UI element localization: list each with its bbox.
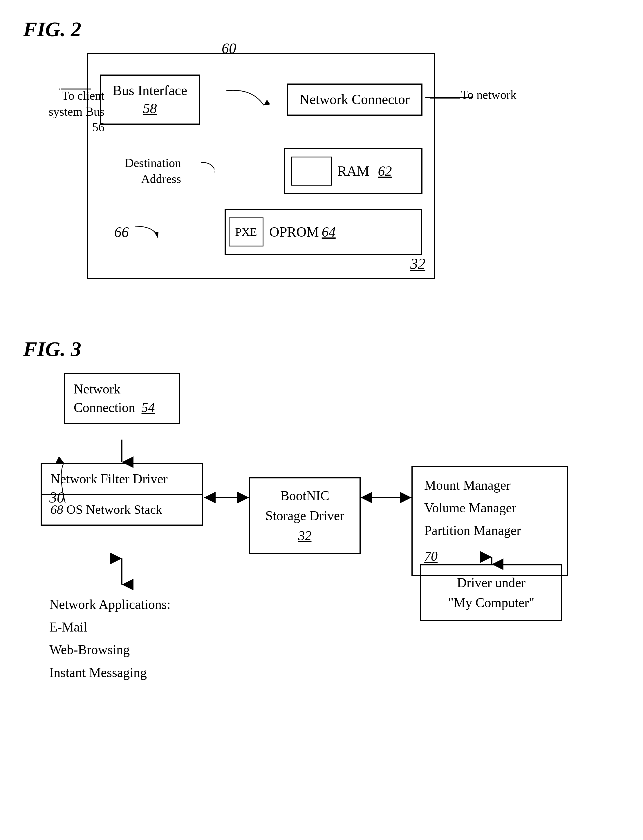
label-60: 60 bbox=[222, 40, 236, 57]
label-66-arrow bbox=[132, 220, 161, 244]
pxe-box: PXE bbox=[228, 218, 263, 246]
filter-stack-combined-box: Network Filter Driver 68 OS Network Stac… bbox=[41, 463, 203, 526]
bootnic-box: BootNIC Storage Driver 32 bbox=[249, 477, 361, 554]
label-32: 32 bbox=[410, 255, 425, 272]
fig3-section: FIG. 3 bbox=[23, 337, 620, 721]
nic-outer-box: 60 32 bbox=[87, 53, 435, 279]
fig3-title: FIG. 3 bbox=[23, 337, 620, 361]
network-connector-area: Network Connector bbox=[287, 83, 423, 116]
driver-computer-box: Driver under "My Computer" bbox=[420, 564, 562, 621]
net-apps-im: Instant Messaging bbox=[49, 661, 171, 684]
bus-left-arrow bbox=[59, 83, 94, 95]
oprom-area: 66 PXE OPROM 64 bbox=[100, 209, 423, 255]
mount-line2: Volume Manager bbox=[424, 497, 555, 519]
ram-inner-box bbox=[291, 156, 332, 186]
fig2-title: FIG. 2 bbox=[23, 17, 620, 41]
fig2-container: To client system Bus 56 To network 60 32 bbox=[52, 53, 459, 279]
network-connection-box: Network Connection 54 bbox=[64, 373, 180, 424]
os-network-stack-section: 68 OS Network Stack bbox=[42, 495, 202, 524]
net-apps-text: Network Applications: E-Mail Web-Browsin… bbox=[49, 593, 171, 684]
mount-manager-box: Mount Manager Volume Manager Partition M… bbox=[411, 466, 568, 576]
net-apps-email: E-Mail bbox=[49, 616, 171, 638]
fig3-container: 30 Network Connection 54 Network Filter … bbox=[41, 373, 621, 721]
bus-interface-box: Bus Interface 58 bbox=[100, 75, 200, 125]
dest-address-label: Destination Address bbox=[100, 155, 181, 187]
nic-top-row: Bus Interface 58 bbox=[100, 75, 423, 125]
ram-outer-box: RAM 62 bbox=[284, 148, 423, 194]
mount-line1: Mount Manager bbox=[424, 474, 555, 497]
net-connector-arrow bbox=[425, 92, 472, 103]
net-apps-web: Web-Browsing bbox=[49, 638, 171, 661]
mount-line3: Partition Manager bbox=[424, 519, 555, 542]
dest-arrow bbox=[199, 160, 214, 183]
driver-line2: "My Computer" bbox=[433, 593, 550, 613]
label-66: 66 bbox=[100, 223, 129, 240]
net-apps-title: Network Applications: bbox=[49, 593, 171, 616]
bus-interface-area: Bus Interface 58 bbox=[100, 75, 200, 125]
oprom-outer-box: PXE OPROM 64 bbox=[225, 209, 422, 255]
label-60-arrow bbox=[217, 88, 269, 111]
network-connector-box: Network Connector bbox=[287, 83, 423, 116]
driver-line1: Driver under bbox=[433, 573, 550, 593]
network-filter-driver-section: Network Filter Driver bbox=[42, 464, 202, 495]
fig2-section: FIG. 2 To client system Bus 56 To networ… bbox=[23, 17, 620, 279]
ram-area: Destination Address RAM 62 bbox=[100, 148, 423, 194]
